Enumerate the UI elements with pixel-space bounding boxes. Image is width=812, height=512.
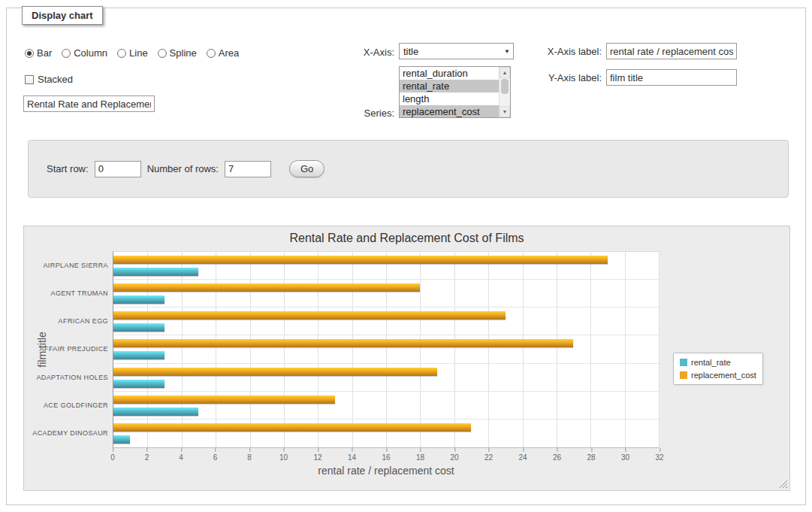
radio-option-line[interactable]: Line xyxy=(117,47,148,59)
chart-title: Rental Rate and Replacement Cost of Film… xyxy=(24,232,789,245)
chart-row: ACE GOLDFINGER xyxy=(113,392,659,420)
series-option-length[interactable]: length xyxy=(400,92,499,105)
x-tick-label: 16 xyxy=(382,453,390,462)
replacement_cost-bar[interactable] xyxy=(113,368,437,376)
x-tick-label: 4 xyxy=(179,453,183,462)
x-tick-label: 12 xyxy=(313,453,321,462)
number-of-rows-label: Number of rows: xyxy=(147,163,219,174)
category-label: ACE GOLDFINGER xyxy=(44,401,108,409)
y-axis-label-label: Y-Axis label: xyxy=(533,72,602,83)
plot-area: AIRPLANE SIERRAAGENT TRUMANAFRICAN EGGAF… xyxy=(113,251,660,448)
rental_rate-bar[interactable] xyxy=(113,323,165,332)
legend-swatch-icon xyxy=(680,371,687,379)
replacement_cost-bar[interactable] xyxy=(113,283,420,292)
x-tick-label: 30 xyxy=(621,453,629,462)
row-controls-panel: Start row: Number of rows: Go xyxy=(28,140,789,198)
category-label: AFRICAN EGG xyxy=(59,317,108,325)
legend-label: replacement_cost xyxy=(691,371,756,380)
number-of-rows-input[interactable] xyxy=(225,161,271,177)
stacked-checkbox[interactable]: Stacked xyxy=(25,74,73,85)
category-label: ADAPTATION HOLES xyxy=(36,374,108,381)
radio-icon[interactable] xyxy=(25,49,34,58)
radio-icon[interactable] xyxy=(117,49,126,58)
x-axis-title: rental rate / replacement cost xyxy=(113,465,660,477)
series-option-rental_duration[interactable]: rental_duration xyxy=(400,67,499,80)
rental_rate-bar[interactable] xyxy=(113,351,165,359)
chart-legend: rental_ratereplacement_cost xyxy=(673,353,763,385)
chart-container: Rental Rate and Replacement Cost of Film… xyxy=(23,226,790,491)
series-scrollbar[interactable]: ▲ ▼ xyxy=(499,67,510,117)
replacement_cost-bar[interactable] xyxy=(113,339,573,347)
replacement_cost-bar[interactable] xyxy=(113,256,608,264)
x-tick-label: 20 xyxy=(450,453,458,462)
series-option-replacement_cost[interactable]: replacement_cost xyxy=(400,105,499,118)
x-axis-select-label: X-Axis: xyxy=(334,47,394,58)
category-label: ACADEMY DINOSAUR xyxy=(32,429,108,437)
stacked-label: Stacked xyxy=(38,74,73,85)
radio-option-bar[interactable]: Bar xyxy=(25,47,52,59)
resize-handle-icon[interactable] xyxy=(779,480,787,488)
checkbox-icon[interactable] xyxy=(25,75,34,84)
display-chart-panel: Display chart BarColumnLineSplineArea St… xyxy=(6,8,806,505)
radio-icon[interactable] xyxy=(158,49,167,58)
radio-icon[interactable] xyxy=(207,49,216,58)
legend-label: rental_rate xyxy=(691,358,731,367)
radio-option-column[interactable]: Column xyxy=(62,47,107,59)
replacement_cost-bar[interactable] xyxy=(113,311,506,320)
x-tick-label: 6 xyxy=(213,453,218,462)
x-axis-label-input[interactable] xyxy=(606,43,737,59)
legend-swatch-icon xyxy=(680,359,687,366)
scroll-down-icon[interactable]: ▼ xyxy=(500,106,510,117)
series-options: rental_durationrental_ratelengthreplacem… xyxy=(400,67,499,117)
radio-option-label: Line xyxy=(129,47,148,59)
x-axis-select[interactable]: title ▼ xyxy=(399,43,514,59)
x-tick-label: 24 xyxy=(518,453,527,462)
y-axis-label-input[interactable] xyxy=(606,69,737,86)
chart-row: AFRICAN EGG xyxy=(113,308,659,335)
radio-option-spline[interactable]: Spline xyxy=(158,47,197,59)
chart-row: ACADEMY DINOSAUR xyxy=(113,420,659,447)
category-label: AIRPLANE SIERRA xyxy=(43,262,108,269)
x-tick-label: 18 xyxy=(416,453,424,462)
rental_rate-bar[interactable] xyxy=(113,380,165,388)
scrollbar-thumb[interactable] xyxy=(501,79,509,94)
scroll-up-icon[interactable]: ▲ xyxy=(500,67,510,78)
replacement_cost-bar[interactable] xyxy=(113,423,471,432)
series-option-rental_rate[interactable]: rental_rate xyxy=(400,80,499,92)
rental_rate-bar[interactable] xyxy=(113,435,130,444)
x-tick-label: 26 xyxy=(553,453,561,462)
rental_rate-bar[interactable] xyxy=(113,295,165,304)
x-tick-label: 0 xyxy=(110,453,115,462)
chart-type-radios: BarColumnLineSplineArea xyxy=(25,47,239,59)
series-select-label: Series: xyxy=(334,108,394,119)
gridline xyxy=(659,252,660,447)
x-axis-selected-value: title xyxy=(400,46,501,57)
legend-item-replacement_cost[interactable]: replacement_cost xyxy=(680,371,756,380)
chart-row: ADAPTATION HOLES xyxy=(113,364,659,392)
x-tick-label: 14 xyxy=(348,453,356,462)
chart-title-input[interactable] xyxy=(23,95,155,112)
radio-option-label: Column xyxy=(74,47,107,59)
radio-option-label: Spline xyxy=(170,47,197,59)
start-row-input[interactable] xyxy=(95,161,141,177)
x-tick-label: 28 xyxy=(587,453,595,462)
x-tick-label: 2 xyxy=(145,453,149,462)
x-tick-labels: 02468101214161820222426283032 xyxy=(113,449,660,464)
category-label: AFFAIR PREJUDICE xyxy=(40,345,108,353)
legend-item-rental_rate[interactable]: rental_rate xyxy=(680,358,756,367)
replacement_cost-bar[interactable] xyxy=(113,395,335,404)
start-row-label: Start row: xyxy=(47,163,89,174)
series-select[interactable]: rental_durationrental_ratelengthreplacem… xyxy=(399,66,511,118)
go-button[interactable]: Go xyxy=(289,160,324,177)
chart-row: AGENT TRUMAN xyxy=(113,280,659,308)
x-axis-label-label: X-Axis label: xyxy=(533,46,602,57)
radio-icon[interactable] xyxy=(62,49,71,58)
chart-row: AIRPLANE SIERRA xyxy=(113,252,659,280)
chart-row: AFFAIR PREJUDICE xyxy=(113,335,659,363)
radio-option-label: Area xyxy=(219,47,239,59)
panel-legend: Display chart xyxy=(22,6,103,25)
rental_rate-bar[interactable] xyxy=(113,268,198,276)
radio-option-area[interactable]: Area xyxy=(207,47,239,59)
chevron-down-icon[interactable]: ▼ xyxy=(501,48,513,55)
rental_rate-bar[interactable] xyxy=(113,407,198,416)
